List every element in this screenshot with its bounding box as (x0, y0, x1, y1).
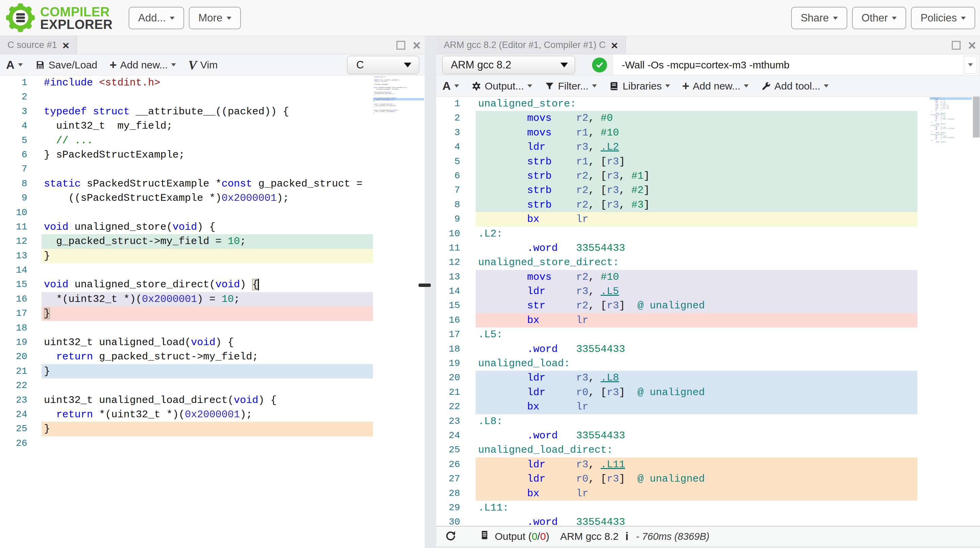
code-line[interactable]: 29.L11: (436, 501, 980, 515)
code-line[interactable]: 26 (0, 436, 425, 451)
compiler-status-bar: Output (0/0) ARM gcc 8.2 i - 760ms (8369… (436, 526, 980, 546)
code-line[interactable]: 19unaligned_load: (436, 356, 980, 371)
code-line[interactable]: 7 (0, 162, 425, 176)
code-line[interactable]: 23.L8: (436, 414, 980, 429)
tab-c-source-1[interactable]: C source #1 × (0, 36, 77, 54)
other-menu-button[interactable]: Other (852, 7, 907, 29)
code-line[interactable]: 18 (0, 321, 425, 335)
code-line[interactable]: 26 ldr r3, .L11 (436, 457, 980, 472)
line-number: 6 (436, 169, 460, 183)
code-line[interactable]: 14 ldr r3, .L5 (436, 284, 980, 298)
assembly-output-editor[interactable]: unaligned_store: movs r2, #0 movs r1, #1… (436, 97, 980, 526)
code-line[interactable]: 8static sPackedStructExample *const g_pa… (0, 177, 425, 191)
more-menu-button[interactable]: More (189, 7, 241, 29)
recompile-icon[interactable] (444, 529, 457, 544)
code-line[interactable]: 12unaligned_store_direct: (436, 255, 980, 269)
code-line[interactable]: 4 ldr r3, .L2 (436, 140, 980, 154)
code-line[interactable]: 11 .word 33554433 (436, 241, 980, 255)
code-line[interactable]: 30 .word 33554433 (436, 515, 980, 526)
code-line[interactable]: 17.L5: (436, 327, 980, 342)
close-icon[interactable]: × (63, 40, 69, 51)
code-line[interactable]: 22 bx lr (436, 400, 980, 414)
code-line[interactable]: 10 (0, 206, 425, 220)
code-line[interactable]: 27 ldr r0, [r3] @ unaligned (436, 472, 980, 486)
code-line[interactable]: 9 bx lr (436, 212, 980, 226)
code-line[interactable]: 17} (0, 306, 425, 321)
compiler-options-row: ARM gcc 8.2 (436, 54, 980, 76)
options-dropdown-button[interactable] (964, 56, 977, 74)
info-icon[interactable]: i (625, 530, 628, 543)
code-line[interactable]: 6 strb r2, [r3, #1] (436, 169, 980, 183)
chevron-down-icon (527, 84, 532, 88)
code-line[interactable]: 21} (0, 364, 425, 379)
code-line[interactable]: 22 (0, 379, 425, 393)
filter-menu-button[interactable]: Filter... (544, 80, 597, 92)
code-line[interactable]: 24 .word 33554433 (436, 429, 980, 443)
code-line[interactable]: 3typedef struct __attribute__((packed)) … (0, 105, 425, 119)
code-line[interactable]: 2 movs r2, #0 (436, 111, 980, 125)
font-size-button[interactable]: A (6, 58, 23, 72)
code-line[interactable]: 5 strb r1, [r3] (436, 155, 980, 169)
tab-arm-gcc[interactable]: ARM gcc 8.2 (Editor #1, Compiler #1) C × (436, 36, 626, 54)
code-line[interactable]: 28 bx lr (436, 486, 980, 501)
code-line[interactable]: 21 ldr r0, [r3] @ unaligned (436, 385, 980, 400)
code-line[interactable]: 15void unaligned_store_direct(void) { (0, 277, 425, 292)
code-line[interactable]: 13} (0, 249, 425, 263)
code-line[interactable]: 25} (0, 422, 425, 436)
code-line[interactable]: 9 ((sPackedStructExample *)0x2000001); (0, 191, 425, 205)
code-line[interactable]: 25unaligned_load_direct: (436, 443, 980, 457)
maximize-icon[interactable] (396, 41, 405, 50)
code-line[interactable]: 7 strb r2, [r3, #2] (436, 183, 980, 198)
code-line[interactable]: 20 return g_packed_struct->my_field; (0, 350, 425, 364)
close-pane-icon[interactable]: × (413, 38, 421, 52)
vim-toggle-button[interactable]: V Vim (188, 57, 218, 73)
code-line[interactable]: 11void unaligned_store(void) { (0, 220, 425, 234)
code-line[interactable]: 10.L2: (436, 227, 980, 241)
pane-splitter-handle[interactable] (418, 284, 431, 287)
compiler-select[interactable]: ARM gcc 8.2 (442, 56, 575, 74)
share-menu-button[interactable]: Share (791, 7, 847, 29)
code-line[interactable]: 1unaligned_store: (436, 97, 980, 111)
code-line[interactable]: 8 strb r2, [r3, #3] (436, 198, 980, 212)
add-menu-button[interactable]: Add... (129, 7, 184, 29)
code-line[interactable]: 15 str r2, [r3] @ unaligned (436, 298, 980, 313)
code-line[interactable]: 4 uint32_t my_field; (0, 119, 425, 133)
code-line[interactable]: 1#include <stdint.h> (0, 76, 425, 90)
add-new-button[interactable]: + Add new... (110, 58, 176, 72)
code-line[interactable]: 12 g_packed_struct->my_field = 10; (0, 234, 425, 249)
compiler-options-input[interactable] (613, 54, 978, 75)
add-new-button[interactable]: + Add new... (682, 79, 749, 93)
code-line[interactable]: 18 .word 33554433 (436, 342, 980, 356)
code-line[interactable]: 2 (0, 90, 425, 104)
line-number: 17 (0, 306, 27, 321)
code-line[interactable]: 5 // ... (0, 134, 425, 148)
output-counts[interactable]: Output (0/0) (495, 530, 549, 542)
language-select[interactable]: C (347, 56, 419, 74)
output-menu-button[interactable]: Output... (471, 80, 532, 92)
save-load-button[interactable]: Save/Load (35, 59, 97, 71)
code-line[interactable]: 20 ldr r3, .L8 (436, 371, 980, 385)
compiler-explorer-logo[interactable]: COMPILER EXPLORER (5, 3, 113, 34)
code-line[interactable]: 16 *(uint32_t *)(0x2000001) = 10; (0, 292, 425, 306)
close-icon[interactable]: × (611, 40, 618, 51)
code-line[interactable]: 24 return *(uint32_t *)(0x2000001); (0, 408, 425, 422)
line-number: 5 (436, 155, 460, 169)
close-pane-icon[interactable]: × (968, 38, 976, 52)
maximize-icon[interactable] (952, 41, 961, 50)
code-line[interactable]: 16 bx lr (436, 313, 980, 327)
code-line[interactable]: 19uint32_t unaligned_load(void) { (0, 335, 425, 350)
add-tool-button[interactable]: Add tool... (761, 80, 829, 92)
libraries-menu-button[interactable]: Libraries (609, 80, 670, 92)
code-line[interactable]: 13 movs r2, #10 (436, 270, 980, 284)
policies-menu-button[interactable]: Policies (911, 7, 975, 29)
code-line[interactable]: 6} sPackedStructExample; (0, 148, 425, 162)
code-line[interactable]: 14 (0, 263, 425, 277)
line-number: 3 (0, 105, 27, 119)
output-log-icon[interactable] (479, 530, 490, 543)
font-size-button[interactable]: A (442, 79, 459, 92)
status-compiler-name: ARM gcc 8.2 (560, 530, 619, 542)
source-code-editor[interactable]: #include <stdint.h>typedef struct __attr… (0, 76, 425, 548)
code-line[interactable]: 3 movs r1, #10 (436, 126, 980, 140)
chevron-down-icon (170, 17, 175, 20)
code-line[interactable]: 23uint32_t unaligned_load_direct(void) { (0, 393, 425, 408)
